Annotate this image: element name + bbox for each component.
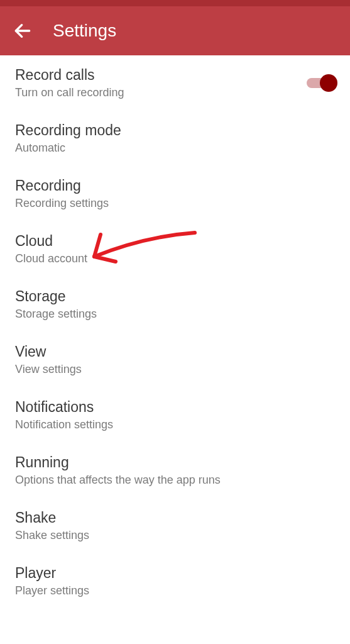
setting-recording[interactable]: Recording Recording settings: [0, 166, 350, 221]
setting-title: Notifications: [15, 399, 335, 416]
setting-subtitle: Storage settings: [15, 308, 335, 321]
record-calls-toggle[interactable]: [305, 77, 335, 89]
setting-cloud[interactable]: Cloud Cloud account: [0, 221, 350, 277]
setting-title: Cloud: [15, 233, 335, 250]
setting-shake[interactable]: Shake Shake settings: [0, 498, 350, 553]
setting-subtitle: Player settings: [15, 584, 335, 597]
setting-title: Running: [15, 454, 335, 471]
app-header: Settings: [0, 6, 350, 55]
setting-subtitle: Options that affects the way the app run…: [15, 474, 335, 487]
settings-list: Record calls Turn on call recording Reco…: [0, 55, 350, 609]
setting-view[interactable]: View View settings: [0, 332, 350, 387]
setting-title: Recording: [15, 177, 335, 194]
setting-storage[interactable]: Storage Storage settings: [0, 277, 350, 332]
setting-title: Storage: [15, 288, 335, 305]
setting-subtitle: Turn on call recording: [15, 86, 305, 99]
setting-notifications[interactable]: Notifications Notification settings: [0, 387, 350, 443]
setting-running[interactable]: Running Options that affects the way the…: [0, 443, 350, 498]
setting-subtitle: Cloud account: [15, 252, 335, 265]
setting-subtitle: Automatic: [15, 142, 335, 155]
setting-subtitle: Notification settings: [15, 418, 335, 431]
setting-subtitle: Shake settings: [15, 529, 335, 542]
setting-subtitle: View settings: [15, 363, 335, 376]
page-title: Settings: [53, 21, 116, 41]
setting-player[interactable]: Player Player settings: [0, 553, 350, 609]
status-bar: [0, 0, 350, 6]
setting-title: Shake: [15, 509, 335, 526]
back-arrow-icon[interactable]: [13, 21, 33, 41]
setting-title: Player: [15, 565, 335, 582]
setting-recording-mode[interactable]: Recording mode Automatic: [0, 111, 350, 166]
setting-record-calls[interactable]: Record calls Turn on call recording: [0, 55, 350, 111]
setting-title: Recording mode: [15, 122, 335, 139]
setting-subtitle: Recording settings: [15, 197, 335, 210]
setting-title: View: [15, 343, 335, 360]
setting-title: Record calls: [15, 67, 305, 84]
